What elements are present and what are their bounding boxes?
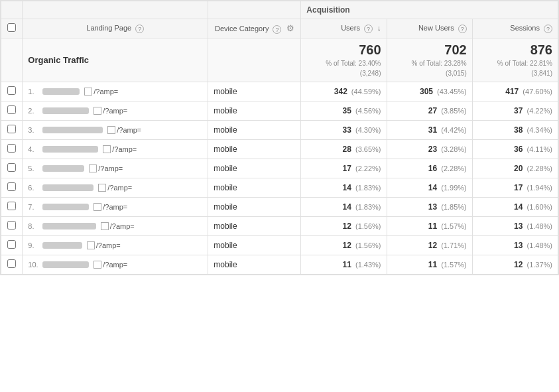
row-3-check-cell[interactable] <box>1 120 23 139</box>
row-6-checkbox[interactable] <box>7 182 16 191</box>
users-pct: (1.83%) <box>353 203 381 211</box>
users-pct: (1.43%) <box>353 261 381 269</box>
external-link-icon[interactable] <box>93 203 101 211</box>
device-category-settings-icon[interactable]: ⚙ <box>286 23 294 33</box>
users-value: 12 <box>343 222 351 231</box>
external-link-icon[interactable] <box>101 222 109 230</box>
row-2-check-cell[interactable] <box>1 101 23 120</box>
new-users-value: 27 <box>428 106 437 115</box>
url-suffix: /?amp= <box>96 241 121 249</box>
row-1-sessions-cell: 417 (47.60%) <box>472 82 558 101</box>
external-link-icon[interactable] <box>93 261 101 269</box>
row-5-check-cell[interactable] <box>1 159 23 178</box>
row-8-users-cell: 12 (1.56%) <box>301 216 387 235</box>
row-9-checkbox[interactable] <box>7 240 16 249</box>
external-link-icon[interactable] <box>107 126 115 134</box>
blurred-url: xxx <box>42 165 84 172</box>
external-link-icon[interactable] <box>98 184 106 192</box>
row-9-device-cell: mobile <box>208 235 301 255</box>
row-8-new-users-cell: 11 (1.57%) <box>387 216 472 235</box>
row-9-check-cell[interactable] <box>1 235 23 255</box>
row-4-checkbox[interactable] <box>7 144 16 153</box>
row-2-users-cell: 35 (4.56%) <box>301 101 387 120</box>
url-suffix: /?amp= <box>98 164 123 172</box>
users-sort-icon[interactable]: ↓ <box>377 24 381 32</box>
row-4-check-cell[interactable] <box>1 139 23 159</box>
organic-device-cell <box>208 38 301 82</box>
row-number: 2. <box>28 107 38 115</box>
sessions-value: 12 <box>514 260 523 269</box>
row-8-checkbox[interactable] <box>7 221 16 229</box>
row-8-check-cell[interactable] <box>1 216 23 235</box>
new-users-pct: (3.28%) <box>439 145 467 153</box>
row-1-checkbox[interactable] <box>7 86 16 95</box>
row-10-check-cell[interactable] <box>1 255 23 274</box>
row-5-checkbox[interactable] <box>7 163 16 172</box>
url-suffix: /?amp= <box>112 145 137 153</box>
row-9-landing-cell: 9.xxx/?amp= <box>23 235 208 255</box>
landing-page-header: Landing Page ? <box>23 19 208 38</box>
row-6-users-cell: 14 (1.83%) <box>301 178 387 197</box>
row-10-checkbox[interactable] <box>7 259 16 268</box>
row-7-check-cell[interactable] <box>1 197 23 216</box>
external-link-icon[interactable] <box>103 145 111 153</box>
row-number: 9. <box>28 241 38 249</box>
new-users-pct: (3.85%) <box>439 107 467 115</box>
row-1-check-cell[interactable] <box>1 82 23 101</box>
row-2-new-users-cell: 27 (3.85%) <box>387 101 472 120</box>
landing-page-info-icon[interactable]: ? <box>135 25 144 33</box>
users-pct: (1.56%) <box>353 222 381 230</box>
users-pct: (1.56%) <box>353 241 381 249</box>
check-all-cell[interactable] <box>1 19 23 38</box>
row-number: 1. <box>28 88 38 96</box>
new-users-info-icon[interactable]: ? <box>458 25 467 33</box>
select-all-checkbox[interactable] <box>7 23 16 32</box>
sessions-value: 13 <box>514 222 523 231</box>
row-3-checkbox[interactable] <box>7 125 16 133</box>
sessions-value: 14 <box>514 202 523 212</box>
device-category-info-icon[interactable]: ? <box>273 25 281 34</box>
row-4-device-cell: mobile <box>208 139 301 159</box>
header-row-1: Acquisition <box>1 1 558 19</box>
new-users-value: 11 <box>428 222 437 231</box>
new-users-value: 23 <box>428 145 437 154</box>
external-link-icon[interactable] <box>93 107 101 115</box>
sessions-value: 20 <box>514 164 523 173</box>
row-4-sessions-cell: 36 (4.11%) <box>472 139 558 159</box>
row-7-new-users-cell: 13 (1.85%) <box>387 197 472 216</box>
row-2-checkbox[interactable] <box>7 105 16 114</box>
header-row-2: Landing Page ? Device Category ? ⚙ Users… <box>1 19 558 38</box>
row-3-new-users-cell: 31 (4.42%) <box>387 120 472 139</box>
device-category-header-top <box>208 1 301 19</box>
sessions-pct: (1.48%) <box>525 241 552 249</box>
blurred-url: xxx <box>42 223 96 229</box>
external-link-icon[interactable] <box>87 241 95 249</box>
device-category-header: Device Category ? ⚙ <box>208 19 301 38</box>
sessions-value: 37 <box>514 106 523 115</box>
row-4-users-cell: 28 (3.65%) <box>301 139 387 159</box>
sessions-pct: (1.37%) <box>525 261 552 269</box>
organic-sessions-pct: % of Total: 22.81% (3,841) <box>497 60 552 77</box>
sessions-info-icon[interactable]: ? <box>544 25 552 33</box>
new-users-pct: (1.85%) <box>439 203 467 211</box>
organic-sessions-value: 876 <box>478 42 552 58</box>
new-users-pct: (43.45%) <box>435 88 467 96</box>
external-link-icon[interactable] <box>89 164 97 172</box>
external-link-icon[interactable] <box>84 88 92 96</box>
blurred-url: xxx <box>42 127 103 133</box>
users-info-icon[interactable]: ? <box>364 25 373 33</box>
landing-page-header-top <box>23 1 208 19</box>
new-users-value: 13 <box>428 202 437 212</box>
new-users-header[interactable]: New Users ? <box>387 19 472 38</box>
users-header[interactable]: Users ? ↓ <box>301 19 387 38</box>
row-number: 10. <box>28 261 38 269</box>
organic-sessions-cell: 876 % of Total: 22.81% (3,841) <box>472 38 558 82</box>
sessions-header[interactable]: Sessions ? <box>472 19 558 38</box>
row-6-check-cell[interactable] <box>1 178 23 197</box>
row-10-sessions-cell: 12 (1.37%) <box>472 255 558 274</box>
row-number: 8. <box>28 222 38 230</box>
row-7-checkbox[interactable] <box>7 202 16 210</box>
row-10-new-users-cell: 11 (1.57%) <box>387 255 472 274</box>
users-value: 35 <box>343 106 351 115</box>
landing-page-label: Landing Page <box>86 24 131 32</box>
